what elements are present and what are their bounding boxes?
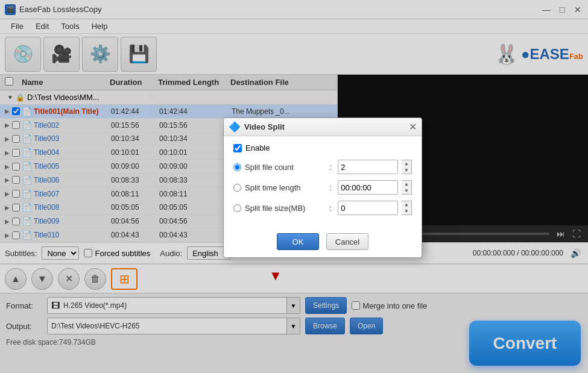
split-file-size-radio[interactable] [233,204,241,212]
video-split-dialog: 🔷 Video Split ✕ Enable Split file count … [223,118,422,258]
dialog-icon: 🔷 [229,121,241,133]
split-file-size-label: Split file size(MB) [245,204,324,213]
split-file-count-input[interactable] [338,160,398,174]
size-spin-down-button[interactable]: ▼ [402,208,411,215]
split-file-size-input[interactable] [338,201,398,215]
dialog-close-button[interactable]: ✕ [409,121,417,133]
dialog-enable-label: Enable [245,143,270,152]
split-file-count-row: Split file count : ▲ ▼ [233,160,412,174]
split-file-count-spinner[interactable]: ▲ ▼ [402,160,412,174]
dialog-cancel-button[interactable]: Cancel [326,233,368,250]
split-time-length-row: Split time length : ▲ ▼ [233,180,412,195]
split-file-size-spinner[interactable]: ▲ ▼ [402,201,412,215]
dialog-enable-row: Enable [233,143,412,152]
split-time-length-input[interactable] [338,180,398,195]
dialog-footer: OK Cancel [224,228,422,257]
spin-up-button[interactable]: ▲ [402,160,411,167]
dialog-title: Video Split [244,122,409,131]
spin-down-button[interactable]: ▼ [402,167,411,174]
split-file-size-row: Split file size(MB) : ▲ ▼ [233,201,412,215]
dialog-enable-checkbox[interactable] [233,144,242,152]
dialog-title-bar: 🔷 Video Split ✕ [224,118,422,136]
time-spin-down-button[interactable]: ▼ [402,187,411,194]
split-file-count-label: Split file count [245,163,324,172]
size-spin-up-button[interactable]: ▲ [402,201,411,208]
dialog-ok-button[interactable]: OK [277,233,319,250]
time-spin-up-button[interactable]: ▲ [402,181,411,187]
split-time-length-radio[interactable] [233,184,241,192]
dialog-body: Enable Split file count : ▲ ▼ Split time… [224,136,422,228]
dialog-overlay: 🔷 Video Split ✕ Enable Split file count … [0,0,588,373]
split-file-count-radio[interactable] [233,163,241,171]
split-time-length-spinner[interactable]: ▲ ▼ [402,180,412,195]
split-time-length-label: Split time length [245,183,324,192]
